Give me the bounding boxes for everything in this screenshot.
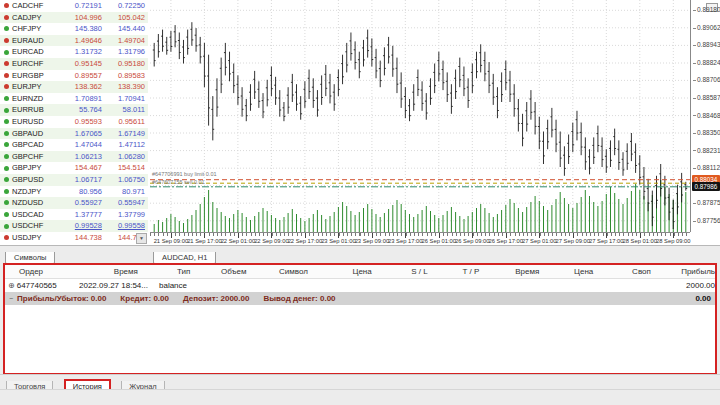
market-watch-row-eurrub[interactable]: EURRUB55.76458.011 — [0, 104, 148, 116]
symbol-name: CADCHF — [12, 0, 61, 12]
ask-price: 0.95180 — [102, 58, 148, 70]
tick-direction-icon — [4, 235, 9, 240]
market-watch-row-eurusd[interactable]: EURUSD0.955930.95611 — [0, 116, 148, 128]
summary-profit-loss: Прибыль/Убыток: 0.00 — [17, 294, 106, 303]
symbol-name: EURUSD — [12, 116, 61, 128]
price-tick-label: 0.88943 — [693, 41, 720, 48]
symbol-name: GBPUSD — [12, 174, 61, 186]
order-type: balance — [149, 279, 197, 292]
column-header-время[interactable]: Время — [92, 265, 161, 278]
symbol-name: EURGBP — [12, 70, 61, 82]
column-header-символ[interactable]: Символ — [260, 265, 327, 278]
bid-price: 0.99528 — [61, 220, 102, 232]
market-watch-row-gbpaud[interactable]: GBPAUD1.670651.67149 — [0, 128, 148, 140]
column-header-ордер[interactable]: Ордер — [5, 265, 92, 278]
market-watch-row-nzdjpy[interactable]: NZDJPY80.95680.971 — [0, 186, 148, 198]
bid-price: 1.06717 — [61, 174, 102, 186]
expand-plus-icon[interactable]: ⊕ — [8, 281, 15, 290]
price-tick-label: 0.87756 — [693, 217, 720, 224]
ask-price: 0.95611 — [102, 116, 148, 128]
price-tick-label: 0.88468 — [693, 112, 720, 119]
market-watch-row-eurjpy[interactable]: EURJPY138.362138.390 — [0, 81, 148, 93]
ask-price: 1.67149 — [102, 128, 148, 140]
price-tick-label: 0.88231 — [693, 147, 720, 154]
market-watch-row-eurcad[interactable]: EURCAD1.317321.31796 — [0, 46, 148, 58]
terminal-history-panel: ОрдерВремяТипОбъемСимволЦенаS / LT / PВр… — [3, 263, 717, 375]
scroll-down-icon[interactable]: ▼ — [136, 233, 147, 244]
ask-price: 0.72250 — [102, 0, 148, 12]
market-watch-row-gbpcad[interactable]: GBPCAD1.470441.47112 — [0, 139, 148, 151]
metatrader-window: CADCHF0.721910.72250CADJPY104.996105.042… — [0, 0, 720, 405]
ask-price: 154.514 — [102, 162, 148, 174]
market-watch-row-gbpchf[interactable]: GBPCHF1.062131.06280 — [0, 151, 148, 163]
column-header-время[interactable]: Время — [500, 265, 554, 278]
tick-direction-icon — [4, 200, 9, 205]
column-header-s/l[interactable]: S / L — [397, 265, 441, 278]
market-watch-row-cadchf[interactable]: CADCHF0.721910.72250 — [0, 0, 148, 12]
price-chart[interactable] — [150, 0, 690, 232]
market-watch-row-eurgbp[interactable]: EURGBP0.895570.89583 — [0, 70, 148, 82]
price-axis[interactable]: 0.88034 0.87986 0.891800.890620.889430.8… — [690, 0, 720, 232]
column-header-тип[interactable]: Тип — [160, 265, 207, 278]
ask-price: 105.042 — [102, 12, 148, 24]
bid-price: 0.89557 — [61, 70, 102, 82]
market-watch-row-usdjpy[interactable]: USDJPY144.738144.754 — [0, 232, 148, 244]
market-watch-row-cadjpy[interactable]: CADJPY104.996105.042 — [0, 12, 148, 24]
tick-direction-icon — [4, 3, 9, 8]
market-watch-row-chfjpy[interactable]: CHFJPY145.380145.440 — [0, 23, 148, 35]
column-header-цена[interactable]: Цена — [327, 265, 398, 278]
bid-price-badge: 0.87986 — [692, 182, 720, 191]
price-tick-label: 0.88350 — [693, 129, 720, 136]
market-watch-row-gbpjpy[interactable]: GBPJPY154.467154.514 — [0, 162, 148, 174]
column-header-объем[interactable]: Объем — [207, 265, 260, 278]
symbol-name: EURRUB — [12, 104, 61, 116]
market-watch-row-eurnzd[interactable]: EURNZD1.708911.70941 — [0, 93, 148, 105]
bid-price: 1.49646 — [61, 35, 102, 47]
bid-price: 1.47044 — [61, 139, 102, 151]
column-header-t/p[interactable]: T / P — [442, 265, 501, 278]
bid-price: 1.70891 — [61, 93, 102, 105]
price-tick-label: 0.87875 — [693, 199, 720, 206]
ask-price: 1.49704 — [102, 35, 148, 47]
summary-deposit: Депозит: 2000.00 — [183, 294, 249, 303]
bid-price: 104.996 — [61, 12, 102, 24]
market-watch-row-euraud[interactable]: EURAUD1.496461.49704 — [0, 35, 148, 47]
column-header-цена[interactable]: Цена — [554, 265, 613, 278]
collapse-icon[interactable]: − — [9, 295, 13, 302]
ask-price: 1.06750 — [102, 174, 148, 186]
tick-direction-icon — [4, 131, 9, 136]
ask-price: 1.70941 — [102, 93, 148, 105]
column-header-прибыль[interactable]: Прибыль — [670, 265, 715, 278]
tick-direction-icon — [4, 177, 9, 182]
ask-price: 58.011 — [102, 104, 148, 116]
column-header-своп[interactable]: Своп — [613, 265, 670, 278]
bid-price: 0.55927 — [61, 197, 102, 209]
market-watch-row-nzdusd[interactable]: NZDUSD0.559270.55947 — [0, 197, 148, 209]
tick-direction-icon — [4, 38, 9, 43]
market-watch-row-usdcad[interactable]: USDCAD1.377771.37799 — [0, 209, 148, 221]
bid-price: 0.95593 — [61, 116, 102, 128]
symbol-name: EURAUD — [12, 35, 61, 47]
bid-price: 0.72191 — [61, 0, 102, 12]
symbol-name: CHFJPY — [12, 23, 61, 35]
ask-price: 1.06280 — [102, 151, 148, 163]
price-tick-label: 0.88824 — [693, 59, 720, 66]
tick-direction-icon — [4, 73, 9, 78]
symbol-name: EURNZD — [12, 93, 61, 105]
history-table-header[interactable]: ОрдерВремяТипОбъемСимволЦенаS / LT / PВр… — [5, 265, 715, 279]
bid-price: 154.467 — [61, 162, 102, 174]
symbol-name: USDJPY — [12, 232, 61, 244]
market-watch-row-gbpusd[interactable]: GBPUSD1.067171.06750 — [0, 174, 148, 186]
ask-price: 0.99558 — [102, 220, 148, 232]
symbol-name: EURJPY — [12, 81, 61, 93]
time-axis[interactable]: 21 Sep 09:0021 Sep 17:0022 Sep 01:0022 S… — [150, 232, 690, 246]
time-axis-minor-ticks — [150, 233, 690, 236]
market-watch-row-eurchf[interactable]: EURCHF0.951450.95180 — [0, 58, 148, 70]
bid-price: 1.31732 — [61, 46, 102, 58]
history-balance-row[interactable]: ⊕647740565 2022.09.27 18:54... balance 2… — [5, 279, 715, 292]
market-watch-row-usdchf[interactable]: USDCHF0.995280.99558 — [0, 220, 148, 232]
order-number: 647740565 — [17, 281, 57, 290]
account-summary-row[interactable]: − Прибыль/Убыток: 0.00 Кредит: 0.00 Депо… — [5, 292, 715, 305]
order-line-label-sell: #647607155 sell 0.01 — [152, 179, 205, 185]
tick-direction-icon — [4, 50, 9, 55]
